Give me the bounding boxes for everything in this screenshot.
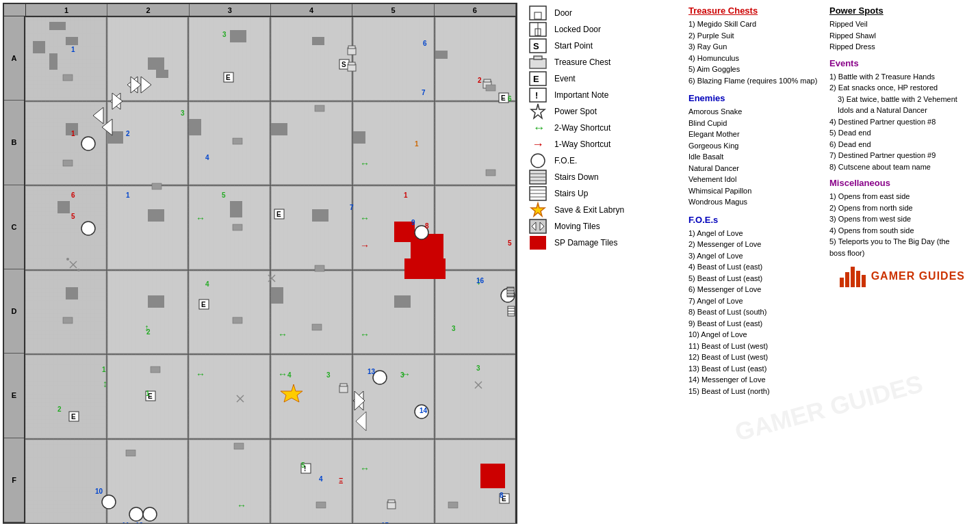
1way-shortcut-icon: → <box>527 137 549 152</box>
svg-rect-61 <box>271 123 287 135</box>
svg-rect-57 <box>49 53 57 70</box>
svg-rect-35 <box>272 271 351 353</box>
svg-text:8: 8 <box>425 222 429 230</box>
svg-rect-223 <box>534 56 542 59</box>
svg-text:↔: ↔ <box>278 369 287 380</box>
svg-rect-46 <box>354 440 433 522</box>
svg-rect-66 <box>312 209 328 222</box>
enemy-4: Gorgeous King <box>688 140 818 152</box>
row-c: C <box>4 185 24 269</box>
svg-text:↔: ↔ <box>360 329 370 340</box>
col-6: 6 <box>435 4 516 16</box>
foe-icon <box>527 153 549 168</box>
power-spots-panel: Power Spots Ripped Veil Ripped Shawl Rip… <box>829 5 965 53</box>
ps-3: Ripped Dress <box>829 41 965 53</box>
svg-marker-228 <box>531 104 545 118</box>
logo-svg <box>838 264 866 289</box>
svg-point-229 <box>531 154 545 168</box>
svg-text:2: 2 <box>478 77 482 84</box>
svg-rect-15 <box>26 271 105 353</box>
event-7: 7) Destined Partner question #9 <box>829 150 965 161</box>
foe-14: 14) Messenger of Love <box>688 374 818 386</box>
svg-text:5: 5 <box>508 239 512 247</box>
treasure-item-5: 5) Aim Goggles <box>688 64 818 75</box>
events-panel: Events 1) Battle with 2 Treasure Hands 2… <box>829 58 965 173</box>
start-point-icon: S <box>527 38 549 53</box>
svg-marker-238 <box>531 203 545 216</box>
col-5: 5 <box>352 4 434 16</box>
svg-rect-187 <box>63 75 73 81</box>
map-body: A B C D E F <box>4 16 516 522</box>
foe-10: 10) Angel of Love <box>688 329 818 341</box>
misc-title: Miscellaneous <box>829 178 965 188</box>
event-4: 4) Destined Partner question #8 <box>829 116 965 128</box>
column-headers: 1 2 3 4 5 6 <box>4 4 516 16</box>
svg-point-114 <box>102 495 116 509</box>
legend-stairs-up: Stairs Up <box>527 186 678 201</box>
sp-damage-label: SP Damage Tiles <box>554 238 618 248</box>
moving-tiles-icon <box>527 219 549 234</box>
misc-4: 4) Opens from south side <box>829 225 965 237</box>
svg-rect-242 <box>530 236 546 250</box>
svg-text:5: 5 <box>71 213 75 220</box>
enemies-title: Enemies <box>688 93 818 103</box>
svg-rect-16 <box>26 356 105 438</box>
svg-text:3: 3 <box>476 364 480 372</box>
misc-3: 3) Opens from west side <box>829 213 965 225</box>
svg-rect-64 <box>148 209 164 222</box>
svg-rect-194 <box>233 224 242 230</box>
svg-rect-24 <box>190 103 269 184</box>
svg-point-109 <box>81 222 95 235</box>
map-grid: ↔ ↔ ↔ ↔ ↔ ↔ ↔ ↔ ↔ ↔ → ↕ ↕ ↕ <box>25 16 516 522</box>
svg-rect-74 <box>404 258 446 279</box>
foe-12: 12) Beast of Lust (west) <box>688 351 818 363</box>
svg-rect-188 <box>152 183 162 189</box>
svg-text:4: 4 <box>287 371 292 379</box>
svg-text:↔: ↔ <box>278 329 287 340</box>
svg-rect-39 <box>190 356 269 438</box>
enemy-2: Blind Cupid <box>688 118 818 129</box>
foes-title: F.O.E.s <box>688 215 818 225</box>
svg-rect-29 <box>190 187 269 269</box>
legend-save-exit: Save & Exit Labryn <box>527 202 678 217</box>
svg-text:6: 6 <box>71 191 75 199</box>
logo-icon <box>838 264 866 289</box>
svg-rect-28 <box>108 187 187 269</box>
svg-rect-21 <box>354 18 433 100</box>
event-1: 1) Battle with 2 Treasure Hands <box>829 71 965 83</box>
svg-rect-190 <box>315 105 324 111</box>
svg-text:E: E <box>201 301 206 308</box>
map-container: 1 2 3 4 5 6 A B C D E F <box>3 3 517 524</box>
svg-rect-198 <box>233 317 242 323</box>
map-corner <box>4 4 26 16</box>
enemy-7: Vehement Idol <box>688 174 818 185</box>
svg-rect-197 <box>151 367 160 373</box>
svg-rect-56 <box>33 41 45 53</box>
svg-text:2: 2 <box>57 405 62 413</box>
svg-text:4: 4 <box>319 475 323 483</box>
svg-rect-48 <box>49 22 57 30</box>
svg-text:↔: ↔ <box>196 213 205 224</box>
svg-rect-17 <box>26 440 105 522</box>
svg-text:1: 1 <box>126 191 130 199</box>
svg-rect-243 <box>840 278 844 287</box>
legend-2way-shortcut: ↔ 2-Way Shortcut <box>527 120 678 135</box>
legend-locked-door: Locked Door <box>527 22 678 37</box>
right-info-column: Power Spots Ripped Veil Ripped Shawl Rip… <box>829 5 965 289</box>
ps-2: Ripped Shawl <box>829 30 965 42</box>
svg-rect-19 <box>190 18 269 100</box>
foes-items: 1) Angel of Love 2) Messenger of Love 3)… <box>688 228 818 397</box>
misc-2: 2) Opens from north side <box>829 202 965 214</box>
svg-rect-51 <box>148 57 164 70</box>
svg-text:1: 1 <box>415 140 419 148</box>
important-note-icon: ! <box>527 88 549 103</box>
svg-rect-193 <box>486 170 495 176</box>
event-label: Event <box>554 74 576 83</box>
legend-sp-damage: SP Damage Tiles <box>527 235 678 250</box>
enemy-6: Natural Dancer <box>688 163 818 174</box>
svg-rect-60 <box>189 119 201 135</box>
event-8: 8) Cutscene about team name <box>829 161 965 173</box>
event-icon: E <box>527 71 549 86</box>
enemy-3: Elegant Mother <box>688 129 818 140</box>
svg-rect-40 <box>272 356 351 438</box>
